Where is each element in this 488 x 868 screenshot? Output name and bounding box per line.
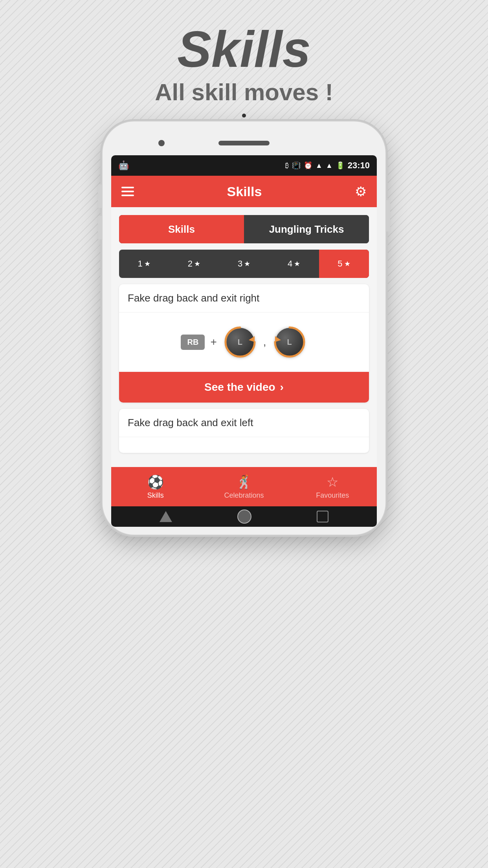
chevron-right-icon: › [280, 381, 284, 394]
front-camera [158, 140, 165, 146]
star-filter-5[interactable]: 5 ★ [319, 250, 369, 278]
menu-button[interactable] [121, 187, 134, 196]
soccer-ball-icon: ⚽ [147, 474, 164, 490]
skill-name-2: Fake drag back and exit left [119, 409, 369, 437]
star-filter-3[interactable]: 3 ★ [219, 250, 269, 278]
volume-up-button[interactable] [98, 184, 103, 208]
nav-item-skills[interactable]: ⚽ Skills [111, 467, 200, 506]
svg-marker-1 [275, 336, 281, 342]
app-header: Skills ⚙ [111, 176, 377, 207]
page-main-title: Skills [155, 24, 333, 75]
phone-wrapper: 🤖 ₿ 📳 ⏰ ▲ ▲ 🔋 23:10 [103, 121, 385, 535]
battery-icon: 🔋 [336, 161, 345, 170]
app-header-title: Skills [227, 184, 262, 199]
comma-separator: , [263, 336, 266, 348]
star-filter-4[interactable]: 4 ★ [269, 250, 319, 278]
wifi-icon: ▲ [316, 162, 323, 170]
recents-button[interactable] [317, 511, 328, 522]
phone-screen: 🤖 ₿ 📳 ⏰ ▲ ▲ 🔋 23:10 [111, 155, 377, 527]
star-filter-2[interactable]: 2 ★ [169, 250, 219, 278]
alarm-icon: ⏰ [304, 161, 312, 170]
back-button[interactable] [160, 511, 172, 522]
phone-speaker [218, 141, 270, 145]
skill-visual-1: RB + L , [119, 313, 369, 372]
vibrate-icon: 📳 [292, 161, 301, 170]
star-icon-3: ★ [244, 259, 250, 268]
skill-name-1: Fake drag back and exit right [119, 284, 369, 313]
nav-label-skills: Skills [147, 491, 164, 500]
hamburger-line-2 [121, 191, 134, 192]
phone-top-dot [242, 114, 246, 118]
signal-icon: ▲ [326, 162, 333, 170]
star-icon-2: ★ [194, 259, 200, 268]
see-video-label: See the video [204, 381, 275, 394]
phone-top-area [111, 133, 377, 153]
tab-skills[interactable]: Skills [119, 215, 244, 243]
status-bar: 🤖 ₿ 📳 ⏰ ▲ ▲ 🔋 23:10 [111, 155, 377, 176]
star-icon-1: ★ [144, 259, 150, 268]
joystick-left-rotate: L [222, 324, 258, 360]
power-button[interactable] [385, 200, 390, 232]
rotation-arrow-svg-1 [222, 324, 258, 360]
page-sub-title: All skill moves ! [155, 79, 333, 106]
settings-button[interactable]: ⚙ [355, 184, 367, 199]
skill-card-2: Fake drag back and exit left [119, 409, 369, 453]
nav-item-celebrations[interactable]: 🕺 Celebrations [200, 467, 288, 506]
nav-label-favourites: Favourites [316, 491, 349, 500]
hamburger-line-3 [121, 195, 134, 196]
status-time: 23:10 [348, 160, 370, 171]
see-video-button[interactable]: See the video › [119, 372, 369, 403]
skill-card-2-content [119, 437, 369, 453]
bluetooth-icon: ₿ [285, 162, 289, 170]
rotation-arrow-svg-2 [272, 324, 307, 360]
android-icon: 🤖 [118, 160, 129, 171]
bottom-nav: ⚽ Skills 🕺 Celebrations ☆ Favourites [111, 467, 377, 506]
tab-selector: Skills Jungling Tricks [119, 215, 369, 243]
status-left: 🤖 [118, 160, 129, 171]
rb-button: RB [181, 335, 205, 350]
home-button[interactable] [237, 509, 251, 524]
nav-label-celebrations: Celebrations [224, 491, 264, 500]
svg-marker-0 [249, 336, 255, 342]
star-outline-icon: ☆ [327, 474, 338, 490]
hamburger-line-1 [121, 187, 134, 188]
star-icon-4: ★ [294, 259, 300, 268]
status-right: ₿ 📳 ⏰ ▲ ▲ 🔋 23:10 [285, 160, 370, 171]
stars-filter: 1 ★ 2 ★ 3 ★ 4 ★ 5 ★ [119, 250, 369, 278]
star-icon-5: ★ [344, 259, 350, 268]
skill-card-1: Fake drag back and exit right RB + L [119, 284, 369, 403]
phone-frame: 🤖 ₿ 📳 ⏰ ▲ ▲ 🔋 23:10 [103, 121, 385, 535]
plus-sign: + [210, 336, 216, 348]
volume-down-button[interactable] [98, 216, 103, 239]
nav-item-favourites[interactable]: ☆ Favourites [288, 467, 377, 506]
joystick-right-rotate: L [272, 324, 307, 360]
header-section: Skills All skill moves ! [155, 0, 333, 121]
person-icon: 🕺 [236, 474, 252, 490]
tab-juggling-tricks[interactable]: Jungling Tricks [244, 215, 369, 243]
android-nav-bar [111, 506, 377, 527]
app-content: Skills Jungling Tricks 1 ★ 2 ★ 3 ★ 4 ★ 5… [111, 207, 377, 467]
star-filter-1[interactable]: 1 ★ [119, 250, 169, 278]
